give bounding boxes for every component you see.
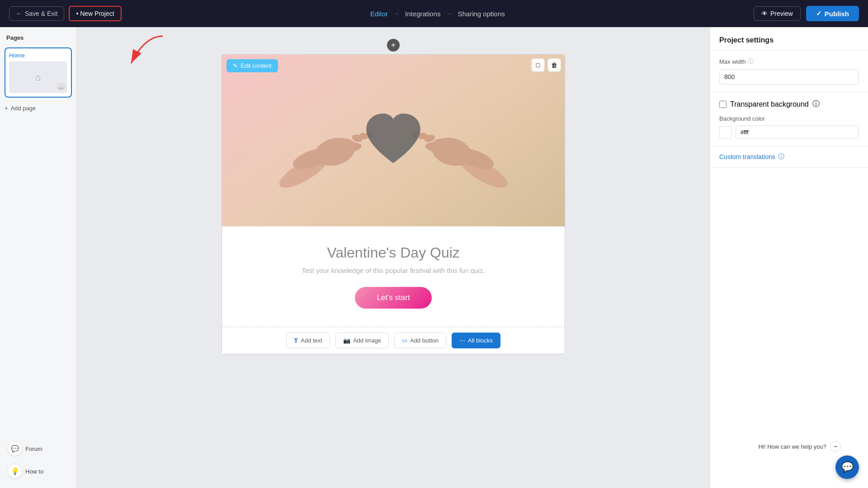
hero-illustration: [222, 55, 565, 226]
arrow-icon-1: →: [393, 10, 400, 17]
edit-content-button[interactable]: ✎ Edit content: [226, 59, 278, 72]
color-input[interactable]: [736, 126, 859, 139]
editor-label: Editor: [370, 10, 388, 18]
image-icon: 📷: [343, 337, 350, 344]
left-sidebar: Pages Home ⌂ … + Add page 💬 Forum 💡 How …: [0, 27, 77, 488]
block-toolbar: □ 🗑: [531, 58, 561, 72]
add-block-top: +: [387, 36, 400, 54]
hero-block: ✎ Edit content □ 🗑: [222, 55, 565, 226]
right-sidebar: Project settings Max width ⓘ Transparent…: [710, 27, 868, 488]
home-page-card[interactable]: Home ⌂ …: [5, 47, 72, 98]
add-block-top-button[interactable]: +: [387, 39, 400, 52]
publish-button[interactable]: ✓ Publish: [806, 6, 859, 21]
add-image-label: Add image: [353, 337, 381, 344]
add-button-button[interactable]: ▭ Add button: [394, 333, 446, 348]
check-icon: ✓: [816, 9, 822, 18]
pages-title: Pages: [5, 34, 72, 41]
forum-button[interactable]: 💬 Forum: [5, 439, 72, 458]
quiz-subtitle: Test your knowledge of this popular fest…: [249, 267, 538, 274]
topnav-center: Editor → Integrations → Sharing options: [370, 10, 505, 18]
all-blocks-button[interactable]: ⋯ All blocks: [452, 333, 500, 348]
all-blocks-label: All blocks: [468, 337, 493, 344]
background-section: Transparent background ⓘ Background colo…: [710, 92, 868, 146]
editor-nav-step[interactable]: Editor: [370, 10, 388, 18]
custom-translations-help-icon[interactable]: ⓘ: [778, 153, 784, 161]
sharing-options-nav-step[interactable]: Sharing options: [458, 10, 505, 18]
integrations-nav-step[interactable]: Integrations: [405, 10, 440, 18]
max-width-section: Max width ⓘ: [710, 50, 868, 92]
new-project-label: • New Project: [76, 10, 114, 17]
chat-hint-text: Hi! How can we help you?: [759, 443, 826, 450]
project-settings-header: Project settings: [710, 27, 868, 50]
plus-icon: +: [5, 105, 8, 112]
quiz-content-block: Valentine's Day Quiz Test your knowledge…: [222, 226, 565, 327]
howto-icon: 💡: [8, 465, 22, 478]
duplicate-block-button[interactable]: □: [531, 58, 545, 72]
chat-bubble-icon: 💬: [841, 461, 854, 473]
page-more-button[interactable]: …: [57, 82, 66, 91]
hero-image: [222, 55, 565, 226]
back-arrow-icon: ←: [16, 10, 22, 17]
max-width-help-icon[interactable]: ⓘ: [748, 57, 754, 66]
delete-block-button[interactable]: 🗑: [547, 58, 561, 72]
publish-label: Publish: [825, 10, 849, 18]
start-quiz-label: Let's start: [377, 293, 410, 302]
color-row: [719, 126, 859, 139]
add-page-label: Add page: [11, 105, 36, 112]
home-page-label: Home: [9, 52, 67, 59]
home-thumb-icon: ⌂: [35, 72, 41, 83]
integrations-label: Integrations: [405, 10, 440, 18]
topnav-right: 👁 Preview ✓ Publish: [754, 6, 859, 21]
sharing-options-label: Sharing options: [458, 10, 505, 18]
arrow-icon-2: →: [446, 10, 453, 17]
main-layout: Pages Home ⌂ … + Add page 💬 Forum 💡 How …: [0, 27, 868, 488]
topnav-left: ← Save & Exit • New Project: [9, 6, 122, 21]
add-text-label: Add text: [301, 337, 322, 344]
transparent-bg-row: Transparent background ⓘ: [719, 99, 859, 109]
forum-icon: 💬: [8, 442, 22, 455]
preview-button[interactable]: 👁 Preview: [754, 6, 801, 21]
background-color-label: Background color: [719, 115, 859, 122]
max-width-input[interactable]: [719, 69, 859, 84]
page-thumbnail: ⌂ …: [9, 61, 67, 93]
save-exit-label: Save & Exit: [25, 10, 57, 17]
add-image-button[interactable]: 📷 Add image: [335, 333, 389, 348]
sidebar-bottom-tools: 💬 Forum 💡 How to: [5, 435, 72, 481]
chat-minimize-button[interactable]: −: [830, 441, 841, 452]
add-button-label: Add button: [410, 337, 439, 344]
add-text-button[interactable]: T Add text: [286, 333, 330, 348]
text-icon: T: [294, 337, 298, 344]
button-icon: ▭: [402, 337, 407, 344]
custom-translations-label: Custom translations: [719, 153, 775, 160]
chat-bubble[interactable]: 💬: [835, 455, 859, 479]
project-settings-title: Project settings: [719, 36, 859, 44]
start-quiz-button[interactable]: Let's start: [355, 287, 431, 309]
topnav: ← Save & Exit • New Project Editor → Int…: [0, 0, 868, 27]
add-block-bottom-bar: T Add text 📷 Add image ▭ Add button ⋯ Al…: [222, 327, 565, 354]
add-page-button[interactable]: + Add page: [5, 103, 72, 113]
transparent-bg-help-icon[interactable]: ⓘ: [812, 99, 820, 109]
transparent-bg-label: Transparent background: [730, 100, 809, 108]
eye-icon: 👁: [761, 10, 768, 17]
how-to-label: How to: [25, 468, 43, 475]
how-to-button[interactable]: 💡 How to: [5, 462, 72, 481]
color-swatch[interactable]: [719, 126, 732, 139]
forum-label: Forum: [25, 446, 42, 452]
quiz-title: Valentine's Day Quiz: [249, 244, 538, 261]
pencil-icon: ✎: [233, 62, 238, 69]
chat-hint-area: Hi! How can we help you? −: [759, 441, 841, 452]
custom-translations-link[interactable]: Custom translations ⓘ: [710, 146, 868, 168]
transparent-bg-checkbox[interactable]: [719, 101, 726, 108]
save-exit-button[interactable]: ← Save & Exit: [9, 6, 64, 21]
preview-label: Preview: [770, 10, 793, 17]
edit-content-label: Edit content: [241, 62, 272, 69]
blocks-icon: ⋯: [459, 337, 465, 344]
max-width-label: Max width ⓘ: [719, 57, 859, 66]
canvas-area[interactable]: + ✎ Edit content □ 🗑: [77, 27, 710, 488]
chat-area: Hi! How can we help you? − 💬: [710, 168, 868, 488]
new-project-button[interactable]: • New Project: [69, 6, 121, 21]
canvas-wrapper: ✎ Edit content □ 🗑: [222, 54, 565, 354]
